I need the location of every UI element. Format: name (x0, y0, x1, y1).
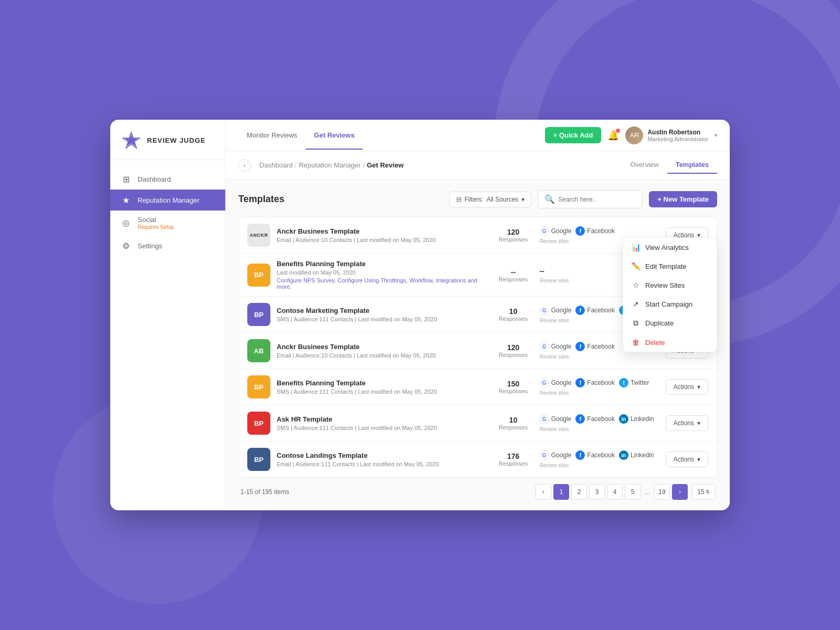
page-2-button[interactable]: 2 (571, 484, 587, 500)
filter-button[interactable]: ⊟ Filters: All Sources ▾ (449, 192, 532, 207)
breadcrumb-dashboard[interactable]: Dashboard (259, 161, 293, 169)
facebook-icon: f (575, 378, 585, 387)
pagination-ellipsis: ... (643, 488, 652, 496)
site-label: Twitter (631, 379, 649, 386)
quick-add-button[interactable]: + Quick Add (545, 127, 602, 143)
sidebar-item-reputation[interactable]: ★ Reputation Manager (110, 190, 225, 211)
sidebar-item-dashboard[interactable]: ⊞ Dashboard (110, 169, 225, 190)
sidebar: REVIEW JUDGE ⊞ Dashboard ★ Reputation Ma… (110, 120, 226, 510)
review-site: fFacebook (575, 306, 615, 315)
template-info: Contose Marketing Template SMS | Audienc… (277, 307, 487, 322)
sites-label: Review sites (540, 390, 666, 396)
dropdown-item-label: Start Campaign (645, 300, 692, 308)
template-row: BP Benefits Planning Template SMS | Audi… (239, 369, 717, 405)
sites-label: Review sites (540, 426, 666, 432)
search-box: 🔍 (538, 190, 643, 208)
notifications-button[interactable]: 🔔 (607, 130, 619, 141)
dropdown-item-review_sites[interactable]: ☆ Review Sites (623, 276, 717, 295)
tab-monitor-reviews[interactable]: Monitor Reviews (238, 122, 306, 150)
new-template-button[interactable]: + New Template (649, 191, 717, 207)
sidebar-item-label: Settings (138, 242, 162, 250)
template-avatar: BP (247, 412, 270, 435)
template-stats: -- Responses (487, 268, 540, 282)
user-area[interactable]: AR Austin Robertson Marketing Administra… (625, 127, 717, 144)
template-avatar: ANCKR (247, 224, 270, 247)
template-meta: Email | Audience:10 Contacts | Last modi… (277, 352, 487, 359)
google-icon: G (540, 378, 549, 387)
per-page-value: 15 (697, 488, 704, 496)
google-icon: G (540, 342, 549, 351)
site-label: Facebook (587, 415, 615, 423)
review-site: GGoogle (540, 306, 572, 315)
actions-button[interactable]: Actions ▾ (666, 452, 708, 467)
google-icon: G (540, 450, 549, 460)
template-meta: Email | Audience:10 Contacts | Last modi… (277, 237, 487, 243)
template-meta: Last modified on May 05, 2020 (277, 269, 487, 276)
review-site: GGoogle (540, 414, 572, 424)
page-5-button[interactable]: 5 (625, 484, 640, 500)
configure-nps-link[interactable]: Configure NPS Survey. (277, 277, 336, 284)
facebook-icon: f (575, 342, 585, 351)
sidebar-item-social[interactable]: ◎ Social Requires Setup (110, 211, 225, 235)
user-name: Austin Robertson (647, 129, 708, 136)
review-site: fFacebook (575, 378, 615, 387)
dropdown-item-delete[interactable]: 🗑 Delete (623, 333, 717, 352)
avatar-initials: BP (254, 456, 264, 464)
review-site: fFacebook (575, 342, 615, 351)
avatar-initials: BP (254, 311, 264, 319)
header-right: ⊟ Filters: All Sources ▾ 🔍 + New Templat… (449, 190, 717, 208)
actions-button[interactable]: Actions ▾ (666, 415, 708, 431)
template-sites: GGooglefFacebookinLinkedin Review sites (540, 450, 666, 468)
logo-icon (121, 130, 142, 151)
actions-chevron-icon: ▾ (697, 383, 700, 391)
facebook-icon: f (575, 306, 585, 315)
avatar-initials: BP (254, 383, 264, 391)
dropdown-item-duplicate[interactable]: ⧉ Duplicate (623, 313, 717, 333)
site-label: Facebook (587, 452, 615, 459)
tab-overview[interactable]: Overview (622, 156, 667, 174)
actions-button[interactable]: Actions ▾ (666, 379, 708, 395)
dropdown-item-analytics[interactable]: 📊 View Analytics (623, 238, 717, 257)
review-site: GGoogle (540, 342, 572, 351)
review-site: fFacebook (575, 226, 615, 236)
template-stats: 120 Responses (487, 343, 540, 358)
response-count: 120 (487, 343, 540, 352)
actions-chevron-icon: ▾ (697, 419, 700, 427)
page-3-button[interactable]: 3 (589, 484, 605, 500)
tab-templates[interactable]: Templates (667, 156, 717, 174)
site-label: Google (551, 415, 572, 423)
filter-label: Filters: (465, 196, 484, 203)
page-1-button[interactable]: 1 (553, 484, 569, 500)
review-sites: GGooglefFacebookinLinkedin (540, 450, 666, 460)
template-name: Benefits Planning Template (277, 379, 487, 387)
per-page-input[interactable]: 15 ⇅ (692, 484, 715, 500)
avatar-initials: BP (254, 419, 264, 427)
page-4-button[interactable]: 4 (607, 484, 623, 500)
avatar-initials: AB (254, 347, 264, 355)
search-input[interactable] (558, 196, 636, 203)
next-page-button[interactable]: › (672, 484, 688, 500)
content-area: Templates ⊟ Filters: All Sources ▾ 🔍 + (226, 180, 730, 510)
template-avatar: BP (247, 303, 270, 326)
filter-chevron-icon: ▾ (521, 196, 524, 203)
dropdown-item-campaign[interactable]: ↗ Start Campaign (623, 295, 717, 313)
dropdown-item-edit[interactable]: ✏️ Edit Template (623, 257, 717, 276)
sidebar-item-settings[interactable]: ⚙ Settings (110, 235, 225, 256)
top-nav-actions: + Quick Add 🔔 AR Austin Robertson Market… (545, 127, 717, 144)
nav-items: ⊞ Dashboard ★ Reputation Manager ◎ Socia… (110, 160, 225, 510)
response-count: 10 (487, 416, 540, 424)
breadcrumb-current: Get Review (367, 161, 404, 169)
duplicate-icon: ⧉ (632, 319, 640, 328)
linkedin-icon: in (619, 450, 628, 460)
breadcrumb-reputation[interactable]: Reputation Manager (299, 161, 361, 169)
tab-get-reviews[interactable]: Get Reviews (306, 122, 363, 150)
template-avatar: AB (247, 339, 270, 362)
logo-area: REVIEW JUDGE (110, 120, 225, 160)
breadcrumb-back-button[interactable]: ‹ (238, 159, 251, 172)
review-site: inLinkedin (619, 450, 654, 460)
template-meta: SMS | Audience:111 Contacts | Last modif… (277, 425, 487, 431)
prev-page-button[interactable]: ‹ (536, 484, 551, 500)
page-last-button[interactable]: 19 (654, 484, 670, 500)
template-name: Anckr Businees Template (277, 227, 487, 235)
site-label: Facebook (587, 379, 615, 386)
